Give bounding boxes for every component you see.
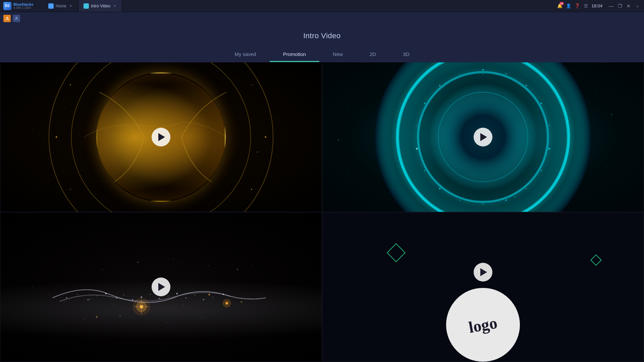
intro-tab-close[interactable]: ✕ xyxy=(112,4,117,8)
system-tray: ⚠ A xyxy=(0,12,644,25)
logo-circle: logo xyxy=(446,288,520,362)
brand-info: BlueStacks 4.280.1.1002 xyxy=(13,2,33,10)
minimize-btn[interactable]: — xyxy=(608,3,614,9)
main-content: ⚠ A Intro Video My saved Promotion New 2… xyxy=(0,12,644,362)
svg-point-68 xyxy=(223,299,231,307)
bluestacks-logo: BS BlueStacks 4.280.1.1002 xyxy=(0,2,44,10)
logo-text: logo xyxy=(467,313,499,337)
svg-point-27 xyxy=(482,204,483,205)
svg-point-45 xyxy=(150,294,151,294)
svg-point-57 xyxy=(209,265,209,266)
tab-2d[interactable]: 2D xyxy=(356,47,389,62)
menu-btn[interactable]: ☰ xyxy=(583,3,589,9)
svg-point-53 xyxy=(223,293,224,295)
help-btn[interactable]: ❓ xyxy=(574,3,581,9)
close-btn[interactable]: ✕ xyxy=(625,3,632,9)
svg-point-36 xyxy=(66,297,67,298)
svg-point-63 xyxy=(202,317,202,317)
titlebar-controls: 🔔 16 👤 ❓ ☰ 18:04 — ❐ ✕ › xyxy=(553,3,644,9)
nav-tabs: My saved Promotion New 2D 3D xyxy=(0,47,644,62)
svg-point-46 xyxy=(159,298,160,299)
video-grid: logo xyxy=(0,62,644,362)
svg-point-56 xyxy=(173,258,174,259)
app-header: Intro Video My saved Promotion New 2D 3D xyxy=(0,25,644,62)
titlebar: BS BlueStacks 4.280.1.1002 Home ✕ Intro … xyxy=(0,0,644,12)
svg-point-41 xyxy=(116,297,117,298)
play-icon-1 xyxy=(158,133,165,141)
svg-point-50 xyxy=(195,295,195,295)
home-tab-close[interactable]: ✕ xyxy=(68,4,73,8)
svg-point-62 xyxy=(166,322,167,323)
play-icon-3 xyxy=(158,283,165,291)
svg-point-60 xyxy=(84,319,85,319)
tab-new[interactable]: New xyxy=(319,47,356,62)
tab-3d[interactable]: 3D xyxy=(389,47,423,62)
svg-point-49 xyxy=(185,297,186,298)
video-item-1[interactable] xyxy=(0,62,322,212)
more-btn[interactable]: › xyxy=(634,3,641,9)
svg-point-47 xyxy=(168,296,168,296)
intro-tab-label: Intro Video xyxy=(91,4,110,8)
svg-point-48 xyxy=(176,293,178,294)
svg-point-44 xyxy=(141,296,142,298)
page-title: Intro Video xyxy=(0,32,644,40)
svg-point-42 xyxy=(123,295,124,295)
bs-icon: BS xyxy=(3,2,11,10)
svg-point-55 xyxy=(137,261,138,262)
play-icon-2 xyxy=(480,133,487,141)
play-btn-3[interactable] xyxy=(152,278,170,296)
svg-point-43 xyxy=(132,299,133,300)
svg-point-39 xyxy=(97,296,97,296)
svg-point-5 xyxy=(265,136,266,138)
notification-badge: 16 xyxy=(559,2,564,5)
play-icon-4 xyxy=(480,268,487,276)
svg-point-18 xyxy=(482,69,484,70)
video-item-2[interactable] xyxy=(322,62,644,212)
text-icon[interactable]: A xyxy=(13,15,20,22)
home-tab-icon xyxy=(48,3,54,9)
intro-tab-icon xyxy=(84,3,89,9)
restore-btn[interactable]: ❐ xyxy=(616,3,623,9)
tab-home[interactable]: Home ✕ xyxy=(44,0,78,12)
tab-promotion[interactable]: Promotion xyxy=(270,47,319,62)
play-btn-1[interactable] xyxy=(152,128,170,146)
svg-point-58 xyxy=(237,269,238,270)
play-btn-2[interactable] xyxy=(474,128,492,146)
tab-my-saved[interactable]: My saved xyxy=(221,47,270,62)
titlebar-tabs: Home ✕ Intro Video ✕ xyxy=(44,0,553,12)
video-item-4[interactable]: logo xyxy=(322,212,644,362)
warning-icon[interactable]: ⚠ xyxy=(3,15,11,22)
svg-point-52 xyxy=(212,297,213,297)
svg-point-61 xyxy=(119,315,120,316)
svg-point-51 xyxy=(203,299,204,300)
tab-intro-video[interactable]: Intro Video ✕ xyxy=(79,0,122,12)
svg-point-37 xyxy=(77,294,78,294)
clock: 18:04 xyxy=(591,3,602,8)
brand-name: BlueStacks xyxy=(13,2,33,6)
svg-point-54 xyxy=(102,269,103,269)
account-btn[interactable]: 👤 xyxy=(565,3,572,9)
video-item-3[interactable] xyxy=(0,212,322,362)
brand-version: 4.280.1.1002 xyxy=(13,6,33,10)
svg-point-11 xyxy=(56,136,57,138)
svg-point-38 xyxy=(88,299,89,300)
notification-btn[interactable]: 🔔 16 xyxy=(556,3,563,9)
play-btn-4[interactable] xyxy=(474,263,492,282)
home-tab-label: Home xyxy=(56,4,66,8)
svg-point-40 xyxy=(105,293,106,294)
svg-point-59 xyxy=(251,263,252,264)
